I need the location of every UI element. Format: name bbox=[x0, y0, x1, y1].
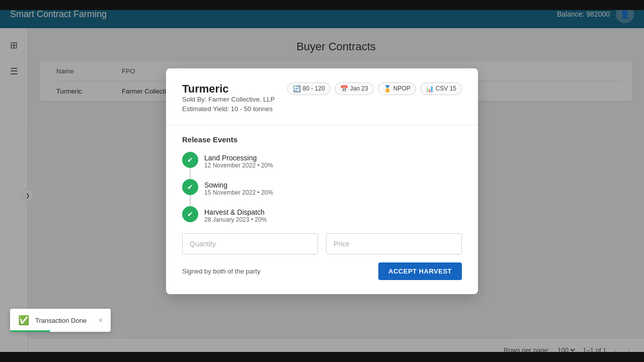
price-input[interactable] bbox=[326, 233, 462, 254]
event-icon-wrap-1: ✔ bbox=[182, 152, 198, 179]
modal-footer: Signed by both of the party ACCEPT HARVE… bbox=[182, 262, 462, 280]
event-check-icon-1: ✔ bbox=[182, 152, 198, 168]
refresh-icon: 🔄 bbox=[293, 85, 301, 93]
medal-icon: 🏅 bbox=[383, 85, 391, 93]
modal-overlay: Turmeric Sold By: Farmer Collective, LLP… bbox=[0, 0, 644, 362]
event-content-1: Land Processing 12 November 2022 • 20% bbox=[204, 152, 273, 169]
badge-csv: 📊 CSV 15 bbox=[420, 82, 462, 95]
event-item-harvest: ✔ Harvest & Dispatch 28 January 2023 • 2… bbox=[182, 206, 462, 223]
release-events-title: Release Events bbox=[182, 135, 462, 144]
calendar-icon: 📅 bbox=[340, 85, 348, 93]
toast-message: Transaction Done bbox=[35, 317, 93, 324]
event-list: ✔ Land Processing 12 November 2022 • 20%… bbox=[182, 152, 462, 223]
badge-npop-label: NPOP bbox=[393, 85, 411, 92]
event-meta-2: 15 November 2022 • 20% bbox=[204, 189, 273, 196]
event-icon-wrap-2: ✔ bbox=[182, 179, 198, 206]
event-content-3: Harvest & Dispatch 28 January 2023 • 20% bbox=[204, 206, 267, 223]
event-icon-wrap-3: ✔ bbox=[182, 206, 198, 222]
modal-header: Turmeric Sold By: Farmer Collective, LLP… bbox=[182, 82, 462, 123]
event-name-1: Land Processing bbox=[204, 154, 273, 162]
modal: Turmeric Sold By: Farmer Collective, LLP… bbox=[166, 68, 478, 294]
event-name-2: Sowing bbox=[204, 181, 273, 189]
event-content-2: Sowing 15 November 2022 • 20% bbox=[204, 179, 273, 196]
form-row bbox=[182, 233, 462, 254]
toast-progress-bar bbox=[10, 330, 50, 332]
badge-quantity-label: 80 - 120 bbox=[303, 85, 325, 92]
badge-quantity-range: 🔄 80 - 120 bbox=[287, 82, 331, 95]
event-item-sowing: ✔ Sowing 15 November 2022 • 20% bbox=[182, 179, 462, 206]
chart-icon: 📊 bbox=[426, 85, 434, 93]
modal-divider bbox=[166, 125, 478, 125]
signed-text: Signed by both of the party bbox=[182, 267, 260, 275]
badge-csv-label: CSV 15 bbox=[436, 85, 456, 92]
modal-title: Turmeric bbox=[182, 82, 275, 96]
badge-npop: 🏅 NPOP bbox=[378, 82, 416, 95]
toast: ✅ Transaction Done × bbox=[10, 309, 111, 332]
badge-date-label: Jan 23 bbox=[350, 85, 368, 92]
event-connector-2 bbox=[190, 195, 191, 206]
event-check-icon-2: ✔ bbox=[182, 179, 198, 195]
badge-date: 📅 Jan 23 bbox=[335, 82, 374, 95]
quantity-input[interactable] bbox=[182, 233, 318, 254]
accept-harvest-button[interactable]: ACCEPT HARVEST bbox=[378, 262, 462, 280]
event-meta-1: 12 November 2022 • 20% bbox=[204, 162, 273, 169]
event-check-icon-3: ✔ bbox=[182, 206, 198, 222]
event-connector-1 bbox=[190, 168, 191, 179]
modal-yield: Estimated Yield: 10 - 50 tonnes bbox=[182, 105, 275, 113]
toast-success-icon: ✅ bbox=[18, 315, 29, 326]
event-meta-3: 28 January 2023 • 20% bbox=[204, 216, 267, 223]
event-item-land-processing: ✔ Land Processing 12 November 2022 • 20% bbox=[182, 152, 462, 179]
toast-close-btn[interactable]: × bbox=[99, 316, 103, 324]
event-name-3: Harvest & Dispatch bbox=[204, 208, 267, 216]
modal-sold-by: Sold By: Farmer Collective, LLP bbox=[182, 96, 275, 103]
modal-badges: 🔄 80 - 120 📅 Jan 23 🏅 NPOP 📊 CSV 15 bbox=[287, 82, 462, 95]
